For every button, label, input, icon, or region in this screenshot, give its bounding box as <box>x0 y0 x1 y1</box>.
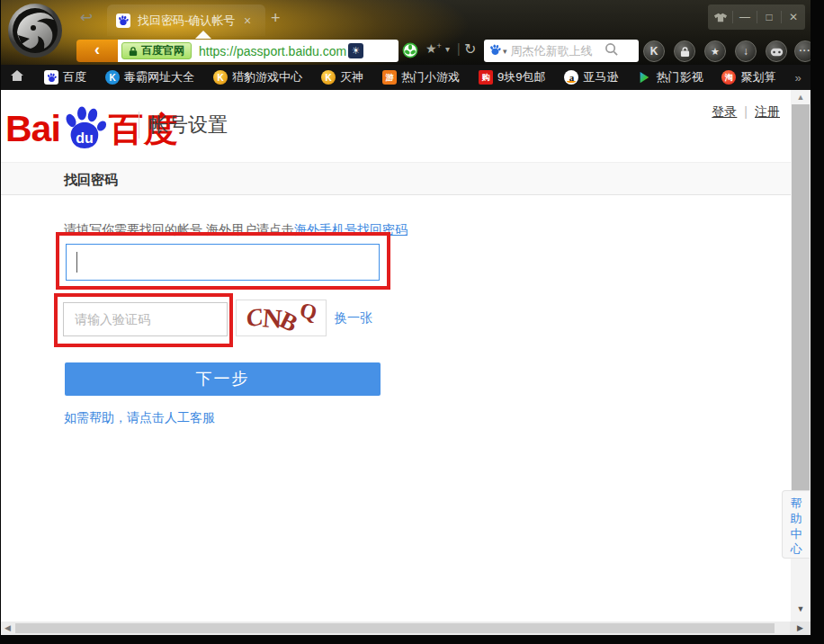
section-heading: 找回密码 <box>64 172 118 189</box>
bookmark-item-9kuai9[interactable]: 购 9块9包邮 <box>479 69 545 85</box>
duba-k-icon: K <box>105 70 120 85</box>
captcha-refresh-link[interactable]: 换一张 <box>335 310 372 326</box>
bookmark-item-mieshen[interactable]: K 灭神 <box>321 69 363 85</box>
taobao-icon: 淘 <box>721 70 736 85</box>
bookmark-item-amazon[interactable]: a 亚马逊 <box>564 69 618 85</box>
window-controls: — □ ✕ <box>708 4 805 30</box>
login-link[interactable]: 登录 <box>712 104 737 121</box>
home-icon[interactable] <box>10 69 24 85</box>
lock-icon <box>129 46 138 57</box>
bookmarks-overflow-chevron[interactable]: » <box>794 71 801 85</box>
baidu-paw-icon <box>44 70 58 85</box>
tab-close-icon[interactable]: × <box>240 13 255 28</box>
horizontal-scroll-thumb[interactable] <box>15 623 775 633</box>
bookmark-item-video[interactable]: 热门影视 <box>637 69 703 85</box>
search-engine-dropdown-icon[interactable]: ▾ <box>503 47 507 56</box>
horizontal-scrollbar[interactable]: ◀ ▶ <box>1 622 811 635</box>
baidu-paw-logo-icon: du <box>62 104 107 151</box>
account-input-wrap <box>66 244 380 281</box>
vertical-scroll-thumb[interactable] <box>792 104 810 491</box>
help-center-tab[interactable]: 帮 助 中 心 <box>782 490 810 559</box>
window-frame-bottom <box>0 635 824 644</box>
tab-title: 找回密码-确认帐号 <box>138 13 238 29</box>
search-magnifier-icon[interactable] <box>605 42 618 59</box>
active-tab-pointer <box>195 31 211 39</box>
downloads-button[interactable]: ↓ <box>735 40 757 62</box>
cheetah-browser-logo-icon[interactable] <box>6 2 64 59</box>
night-mode-icon[interactable]: ☀ <box>348 43 363 58</box>
svg-text:du: du <box>76 130 94 146</box>
new-tab-button[interactable]: + <box>271 9 281 28</box>
window-frame-right <box>811 0 824 644</box>
page-title: 帐号设置 <box>148 112 228 139</box>
lock-icon <box>680 46 690 58</box>
bookmarks-bar: 百度 K 毒霸网址大全 K 猎豹游戏中心 K 灭神 游 热门小游戏 购 9块9包… <box>1 65 811 90</box>
account-input[interactable] <box>66 244 380 281</box>
customer-service-link[interactable]: 如需帮助，请点击人工客服 <box>64 410 215 426</box>
maximize-button[interactable]: □ <box>757 11 781 23</box>
captcha-image[interactable]: CNBQ <box>236 300 327 336</box>
next-step-button[interactable]: 下一步 <box>65 362 381 396</box>
close-button[interactable]: ✕ <box>781 11 805 23</box>
duba-security-button[interactable]: K <box>643 40 665 62</box>
top-nav: 登录 | 注册 <box>712 104 780 121</box>
back-button[interactable]: ‹ <box>76 40 118 62</box>
privacy-lock-button[interactable] <box>674 40 695 62</box>
bookmark-item-minigames[interactable]: 游 热门小游戏 <box>382 69 460 85</box>
minigames-icon: 游 <box>382 70 397 85</box>
scroll-left-icon[interactable]: ◀ <box>4 623 11 632</box>
section-strip: 找回密码 <box>1 162 791 195</box>
text-caret <box>76 252 77 273</box>
search-input[interactable] <box>511 44 605 58</box>
toolbar-separator: | <box>457 41 461 56</box>
search-engine-baidu-icon[interactable] <box>489 43 501 59</box>
reload-icon[interactable]: ↻ <box>464 40 476 58</box>
titlebar: ↩ 找回密码-确认帐号 × + — □ ✕ <box>1 0 811 65</box>
skin-button[interactable] <box>708 11 732 23</box>
scroll-up-icon[interactable]: ▲ <box>791 93 811 102</box>
bookmark-item-juhuasuan[interactable]: 淘 聚划算 <box>721 69 775 85</box>
favorites-button[interactable]: ★ <box>704 40 726 62</box>
bookmark-item-game-center[interactable]: K 猎豹游戏中心 <box>213 69 302 85</box>
gold-k-icon: K <box>321 70 336 85</box>
titlebar-back-icon[interactable]: ↩ <box>80 8 93 27</box>
register-link[interactable]: 注册 <box>755 104 780 121</box>
browser-tab[interactable]: 找回密码-确认帐号 × <box>107 4 265 36</box>
captcha-input[interactable] <box>63 302 228 336</box>
add-bookmark-star-icon[interactable]: ★+ <box>425 41 442 56</box>
bookmark-item-baidu[interactable]: 百度 <box>44 69 86 85</box>
scroll-right-icon[interactable]: ▶ <box>797 623 803 632</box>
url-text[interactable]: https://passport.baidu.com <box>199 44 346 58</box>
gold-k-icon: K <box>213 70 228 85</box>
brand-divider <box>139 112 139 139</box>
captcha-input-wrap <box>63 302 228 336</box>
scroll-down-icon[interactable]: ▼ <box>791 604 811 613</box>
bookmark-item-duba[interactable]: K 毒霸网址大全 <box>105 69 194 85</box>
gamepad-icon <box>770 48 784 57</box>
page-content: Bai du 百度 帐号设置 登录 | 注册 <box>1 90 811 622</box>
video-play-icon <box>637 70 651 85</box>
site-badge-label: 百度官网 <box>141 43 184 58</box>
bookmark-dropdown-icon[interactable]: ▾ <box>445 44 450 54</box>
baidu-logo-bai: Bai <box>5 106 60 151</box>
baidu-favicon-icon <box>116 13 130 28</box>
browser-window: ↩ 找回密码-确认帐号 × + — □ ✕ <box>0 0 824 644</box>
search-box[interactable]: ▾ <box>484 40 639 62</box>
site-verified-badge[interactable]: 百度官网 <box>121 42 192 59</box>
address-bar[interactable]: 百度官网 https://passport.baidu.com ☀ <box>118 40 399 62</box>
games-button[interactable] <box>766 40 787 62</box>
speed-boost-icon[interactable] <box>402 42 418 62</box>
minimize-button[interactable]: — <box>732 11 757 23</box>
amazon-icon: a <box>564 70 578 85</box>
shopping-gou-icon: 购 <box>479 70 493 85</box>
